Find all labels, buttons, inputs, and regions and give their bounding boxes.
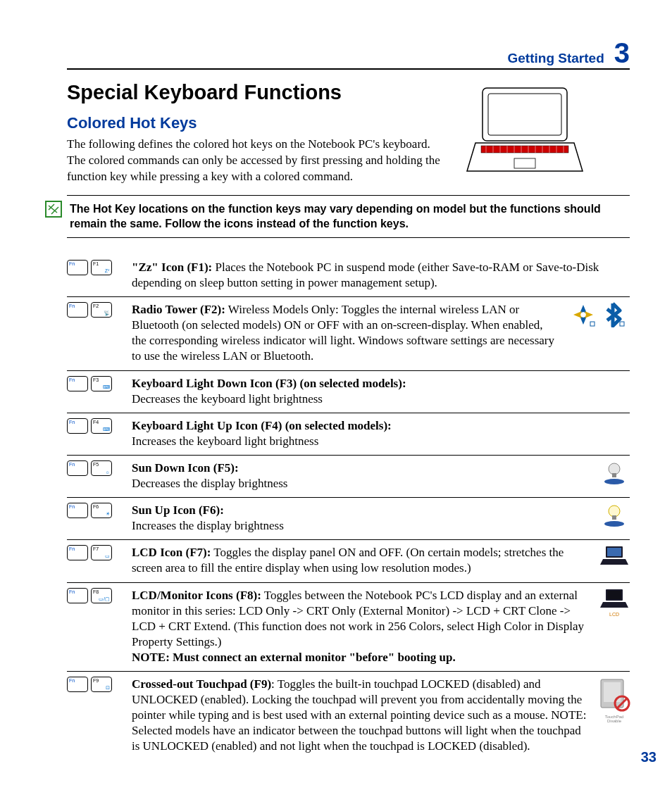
fn-key-icon: Fn bbox=[67, 260, 88, 275]
side-icons bbox=[599, 545, 630, 566]
side-icons: TouchPad Disable bbox=[599, 677, 630, 723]
page-header: Getting Started 3 bbox=[67, 39, 630, 70]
key-combo: Fn F2📡 bbox=[67, 302, 123, 318]
svg-rect-0 bbox=[483, 88, 567, 141]
icon-caption: LCD bbox=[609, 612, 619, 617]
hotkey-row-f8: Fn F8▭/▢ LCD/Monitor Icons (F8): Toggles… bbox=[67, 583, 630, 672]
key-combo: Fn F8▭/▢ bbox=[67, 588, 123, 603]
key-combo: Fn F3⌨ bbox=[67, 376, 123, 391]
hotkey-row-f1: Fn F1Zᶻ "Zz" Icon (F1): Places the Noteb… bbox=[67, 255, 630, 297]
hotkey-row-f9: Fn F9⊡ Crossed-out Touchpad (F9): Toggle… bbox=[67, 672, 630, 760]
section-title: Getting Started bbox=[508, 51, 604, 66]
f3-key-icon: F3⌨ bbox=[91, 376, 112, 391]
hotkey-row-f6: Fn F6☀ Sun Up Icon (F6):Increases the di… bbox=[67, 498, 630, 540]
f8-key-icon: F8▭/▢ bbox=[91, 588, 112, 603]
key-combo: Fn F9⊡ bbox=[67, 677, 123, 692]
key-combo: Fn F1Zᶻ bbox=[67, 260, 123, 275]
wireless-icon bbox=[571, 302, 596, 327]
key-combo: Fn F7▭ bbox=[67, 545, 123, 560]
bulb-up-icon bbox=[602, 503, 627, 528]
laptop-lcd-icon bbox=[600, 545, 628, 566]
hotkey-desc: "Zz" Icon (F1): Places the Notebook PC i… bbox=[132, 260, 630, 291]
fn-key-icon: Fn bbox=[67, 677, 88, 692]
page-title: Special Keyboard Functions bbox=[67, 81, 447, 104]
f2-key-icon: F2📡 bbox=[91, 302, 112, 318]
fn-key-icon: Fn bbox=[67, 460, 88, 476]
svg-rect-1 bbox=[488, 94, 561, 135]
hotkey-row-f2: Fn F2📡 Radio Tower (F2): Wireless Models… bbox=[67, 297, 630, 370]
svg-rect-17 bbox=[590, 322, 595, 326]
hotkey-desc: Sun Down Icon (F5):Decreases the display… bbox=[132, 460, 590, 491]
hotkey-row-f7: Fn F7▭ LCD Icon (F7): Toggles the displa… bbox=[67, 540, 630, 582]
svg-rect-23 bbox=[612, 515, 616, 520]
laptop-illustration bbox=[461, 81, 588, 180]
fn-key-icon: Fn bbox=[67, 302, 88, 318]
note-text: The Hot Key locations on the function ke… bbox=[70, 203, 601, 230]
fn-key-icon: Fn bbox=[67, 545, 88, 560]
svg-point-19 bbox=[609, 463, 620, 475]
hotkey-desc: Sun Up Icon (F6):Increases the display b… bbox=[132, 503, 590, 534]
hotkey-desc: LCD/Monitor Icons (F8): Toggles between … bbox=[132, 588, 590, 665]
hotkey-desc: Crossed-out Touchpad (F9): Toggles the b… bbox=[132, 677, 590, 754]
svg-rect-30 bbox=[604, 682, 621, 702]
svg-point-24 bbox=[604, 521, 624, 527]
f6-key-icon: F6☀ bbox=[91, 503, 112, 518]
svg-rect-18 bbox=[620, 322, 624, 326]
f4-key-icon: F4⌨ bbox=[91, 418, 112, 434]
svg-rect-2 bbox=[481, 146, 568, 153]
svg-point-22 bbox=[609, 506, 620, 517]
hotkey-desc: Radio Tower (F2): Wireless Models Only: … bbox=[132, 302, 558, 364]
laptop-monitor-icon bbox=[600, 588, 628, 609]
note-box: The Hot Key locations on the function ke… bbox=[67, 195, 630, 238]
hotkey-row-f3: Fn F3⌨ Keyboard Light Down Icon (F3) (on… bbox=[67, 371, 630, 413]
f7-key-icon: F7▭ bbox=[91, 545, 112, 560]
f1-key-icon: F1Zᶻ bbox=[91, 260, 112, 275]
hotkey-row-f4: Fn F4⌨ Keyboard Light Up Icon (F4) (on s… bbox=[67, 413, 630, 456]
svg-rect-26 bbox=[607, 548, 621, 556]
side-icons bbox=[566, 302, 630, 327]
touchpad-disable-icon bbox=[598, 677, 630, 712]
side-icons: LCD bbox=[599, 588, 630, 617]
fn-key-icon: Fn bbox=[67, 418, 88, 434]
subsection-title: Colored Hot Keys bbox=[67, 114, 447, 132]
fn-key-icon: Fn bbox=[67, 376, 88, 391]
f9-key-icon: F9⊡ bbox=[91, 677, 112, 692]
svg-rect-20 bbox=[612, 473, 616, 477]
hotkey-desc: LCD Icon (F7): Toggles the display panel… bbox=[132, 545, 590, 576]
key-combo: Fn F5☼ bbox=[67, 460, 123, 476]
svg-rect-15 bbox=[514, 158, 535, 168]
intro-paragraph: The following defines the colored hot ke… bbox=[67, 137, 447, 185]
side-icons bbox=[599, 503, 630, 528]
bulb-down-icon bbox=[602, 460, 627, 486]
icon-caption: TouchPad Disable bbox=[599, 715, 630, 723]
hotkey-desc: Keyboard Light Down Icon (F3) (on select… bbox=[132, 376, 630, 407]
note-icon bbox=[44, 200, 63, 218]
fn-key-icon: Fn bbox=[67, 503, 88, 518]
svg-rect-28 bbox=[607, 591, 621, 599]
f5-key-icon: F5☼ bbox=[91, 460, 112, 476]
hotkey-row-f5: Fn F5☼ Sun Down Icon (F5):Decreases the … bbox=[67, 456, 630, 498]
bluetooth-icon bbox=[600, 302, 626, 327]
fn-key-icon: Fn bbox=[67, 588, 88, 603]
side-icons bbox=[599, 460, 630, 486]
key-combo: Fn F4⌨ bbox=[67, 418, 123, 434]
svg-point-21 bbox=[604, 479, 624, 484]
chapter-number: 3 bbox=[614, 39, 630, 67]
page-number: 33 bbox=[641, 749, 657, 765]
hotkey-desc: Keyboard Light Up Icon (F4) (on selected… bbox=[132, 418, 630, 449]
key-combo: Fn F6☀ bbox=[67, 503, 123, 518]
